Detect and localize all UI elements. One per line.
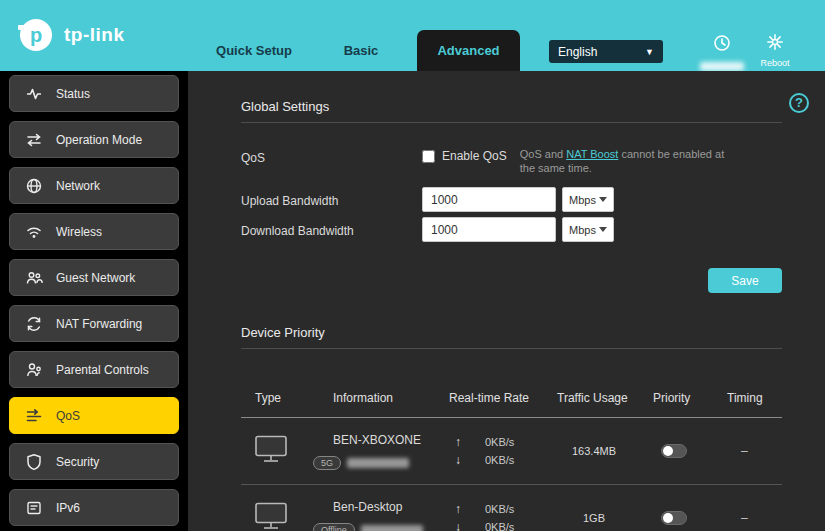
sidebar-item-parental-controls[interactable]: Parental Controls bbox=[9, 351, 179, 388]
down-arrow-icon: ↓ bbox=[455, 520, 467, 531]
section-divider bbox=[241, 348, 782, 349]
reboot-button[interactable]: Reboot bbox=[753, 33, 797, 68]
upload-unit-select[interactable]: Mbps bbox=[562, 187, 614, 212]
download-unit-value: Mbps bbox=[569, 224, 596, 236]
operation-mode-icon bbox=[25, 131, 43, 149]
monitor-icon bbox=[253, 434, 289, 464]
guest-network-icon bbox=[25, 269, 43, 287]
help-button[interactable]: ? bbox=[789, 93, 809, 113]
download-bandwidth-input[interactable] bbox=[422, 217, 556, 242]
save-button[interactable]: Save bbox=[708, 268, 782, 293]
firmware-update-button[interactable] bbox=[700, 33, 744, 71]
shield-icon bbox=[25, 453, 43, 471]
device-row: Ben-Desktop Offline ↑ 0KB/s ↓ 0KB/s 1GB bbox=[241, 485, 782, 531]
upload-rate-value: 0KB/s bbox=[485, 503, 514, 515]
reboot-icon bbox=[766, 33, 784, 51]
sidebar-item-security[interactable]: Security bbox=[9, 443, 179, 480]
traffic-usage-value: 163.4MB bbox=[557, 445, 653, 457]
device-table-header: Type Information Real-time Rate Traffic … bbox=[241, 391, 782, 405]
priority-toggle[interactable] bbox=[661, 444, 687, 458]
save-row: Save bbox=[241, 268, 782, 293]
tp-link-logo-icon: p bbox=[16, 15, 56, 55]
qos-icon bbox=[25, 407, 43, 425]
sidebar-item-guest-network[interactable]: Guest Network bbox=[9, 259, 179, 296]
priority-cell bbox=[653, 444, 727, 458]
nat-forwarding-icon bbox=[25, 315, 43, 333]
toggle-knob bbox=[663, 446, 673, 456]
ipv6-icon bbox=[25, 499, 43, 517]
sidebar-item-nat-forwarding[interactable]: NAT Forwarding bbox=[9, 305, 179, 342]
priority-cell bbox=[653, 511, 727, 525]
tab-basic[interactable]: Basic bbox=[328, 30, 394, 71]
sidebar-item-label: Wireless bbox=[56, 225, 102, 239]
language-value: English bbox=[558, 45, 597, 59]
tab-quick-setup[interactable]: Quick Setup bbox=[204, 30, 304, 71]
down-arrow-icon: ↓ bbox=[455, 453, 467, 467]
timing-value: – bbox=[727, 444, 782, 458]
logo-text: tp-link bbox=[64, 24, 125, 46]
sidebar-item-label: QoS bbox=[56, 409, 80, 423]
column-header-traffic-usage: Traffic Usage bbox=[557, 391, 653, 405]
enable-qos-checkbox[interactable] bbox=[422, 150, 435, 163]
sidebar-item-wireless[interactable]: Wireless bbox=[9, 213, 179, 250]
sidebar-item-network[interactable]: Network bbox=[9, 167, 179, 204]
device-band-badge: 5G bbox=[313, 456, 341, 470]
section-divider bbox=[241, 122, 782, 123]
parental-controls-icon bbox=[25, 361, 43, 379]
device-status-badge: Offline bbox=[313, 523, 355, 531]
sidebar-item-label: Guest Network bbox=[56, 271, 135, 285]
sidebar-item-qos[interactable]: QoS bbox=[9, 397, 179, 434]
nat-boost-link[interactable]: NAT Boost bbox=[566, 148, 618, 160]
firmware-update-icon bbox=[712, 33, 732, 53]
chevron-down-icon: ▼ bbox=[645, 47, 654, 57]
upload-unit-value: Mbps bbox=[569, 194, 596, 206]
device-name: BEN-XBOXONE bbox=[333, 433, 449, 447]
timing-value: – bbox=[727, 511, 782, 525]
language-select[interactable]: English ▼ bbox=[549, 40, 663, 63]
column-header-timing: Timing bbox=[727, 391, 782, 405]
sidebar-item-status[interactable]: Status bbox=[9, 75, 179, 112]
download-bandwidth-label: Download Bandwidth bbox=[241, 222, 422, 238]
global-settings-form: QoS Enable QoS QoS and NAT Boost cannot … bbox=[241, 149, 782, 293]
sidebar-item-label: Parental Controls bbox=[56, 363, 149, 377]
realtime-rate-cell: ↑ 0KB/s ↓ 0KB/s bbox=[449, 502, 557, 531]
column-header-type: Type bbox=[241, 391, 333, 405]
device-name: Ben-Desktop bbox=[333, 500, 449, 514]
sidebar-item-ipv6[interactable]: IPv6 bbox=[9, 489, 179, 526]
sidebar-item-label: IPv6 bbox=[56, 501, 80, 515]
device-tags: Offline bbox=[313, 523, 449, 531]
column-header-information: Information bbox=[333, 391, 449, 405]
wifi-icon bbox=[25, 223, 43, 241]
router-admin-page: p tp-link Quick Setup Basic Advanced Eng… bbox=[0, 0, 825, 531]
upload-bandwidth-label: Upload Bandwidth bbox=[241, 192, 422, 208]
svg-text:p: p bbox=[30, 24, 42, 46]
toggle-knob bbox=[663, 513, 673, 523]
sidebar-item-label: Status bbox=[56, 87, 90, 101]
sidebar-item-operation-mode[interactable]: Operation Mode bbox=[9, 121, 179, 158]
monitor-icon bbox=[253, 501, 289, 531]
upload-bandwidth-row: Upload Bandwidth Mbps bbox=[241, 187, 782, 212]
download-rate-value: 0KB/s bbox=[485, 521, 514, 531]
up-arrow-icon: ↑ bbox=[455, 502, 467, 516]
enable-qos-label: Enable QoS bbox=[442, 149, 507, 163]
sidebar-item-label: Security bbox=[56, 455, 99, 469]
device-info-cell: BEN-XBOXONE 5G bbox=[333, 433, 449, 470]
download-unit-select[interactable]: Mbps bbox=[562, 217, 614, 242]
redacted-update-label bbox=[700, 62, 744, 71]
sidebar-item-label: NAT Forwarding bbox=[56, 317, 142, 331]
upload-rate-value: 0KB/s bbox=[485, 436, 514, 448]
reboot-label: Reboot bbox=[753, 58, 797, 68]
redacted-mac-address bbox=[361, 525, 423, 531]
priority-toggle[interactable] bbox=[661, 511, 687, 525]
chevron-down-icon bbox=[599, 197, 607, 202]
chevron-down-icon bbox=[599, 227, 607, 232]
tp-link-logo: p tp-link bbox=[16, 15, 125, 55]
tab-advanced[interactable]: Advanced bbox=[417, 30, 520, 71]
device-row: BEN-XBOXONE 5G ↑ 0KB/s ↓ 0KB/s 163.4MB bbox=[241, 418, 782, 485]
qos-enable-row: QoS Enable QoS QoS and NAT Boost cannot … bbox=[241, 149, 782, 175]
upload-bandwidth-input[interactable] bbox=[422, 187, 556, 212]
sidebar: Status Operation Mode Network Wireless G… bbox=[0, 71, 188, 531]
qos-note-text: QoS and bbox=[520, 148, 566, 160]
column-header-priority: Priority bbox=[653, 391, 727, 405]
device-info-cell: Ben-Desktop Offline bbox=[333, 500, 449, 531]
